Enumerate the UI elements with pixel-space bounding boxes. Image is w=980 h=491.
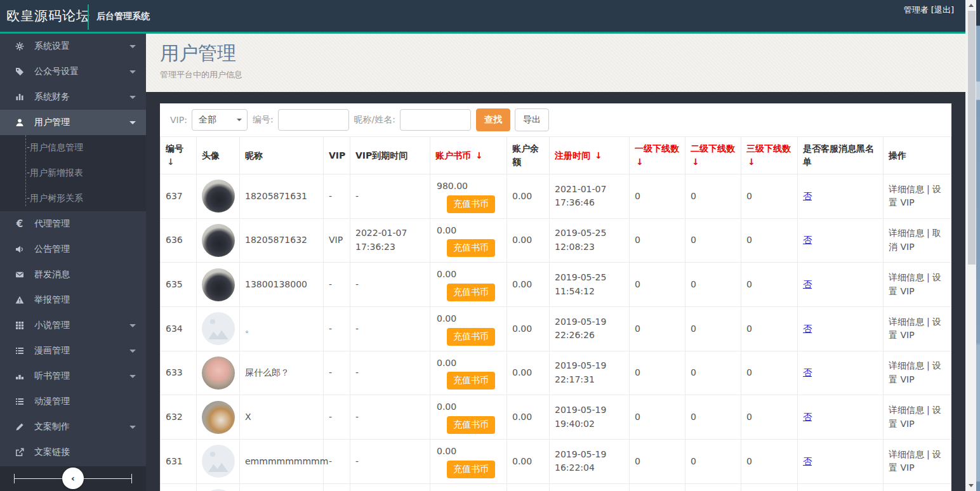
detail-link[interactable]: 详细信息 xyxy=(889,272,924,282)
sidebar-item-announcement-management[interactable]: 公告管理 xyxy=(0,237,146,262)
sidebar-item-novel-management[interactable]: 小说管理 xyxy=(0,313,146,338)
coins-cell: 0.00 充值书币 xyxy=(430,351,507,395)
column-header-level1-downline[interactable]: 一级下线数 ↓ xyxy=(630,137,685,174)
level1-downline-cell: 0 xyxy=(630,351,685,395)
blacklist-toggle-link[interactable]: 否 xyxy=(803,412,812,422)
coins-value: 0.00 xyxy=(435,312,501,326)
user-table: 编号 ↓ 头像 昵称 VIP VIP到期时间 账户书币 ↓ 账户余额 注册时间 … xyxy=(160,136,951,491)
logout-link[interactable]: [退出] xyxy=(931,5,954,15)
chevron-down-icon xyxy=(129,45,136,51)
sidebar-item-copywriting-link[interactable]: 文案链接 xyxy=(0,440,146,465)
detail-link[interactable]: 详细信息 xyxy=(889,184,924,194)
export-button[interactable]: 导出 xyxy=(515,108,549,131)
blacklist-cell: 否 xyxy=(798,307,884,351)
column-header-balance: 账户余额 xyxy=(507,137,550,174)
nickname-input[interactable] xyxy=(400,109,471,131)
sidebar-item-anime-management[interactable]: 动漫管理 xyxy=(0,389,146,414)
column-header-level3-downline[interactable]: 三级下线数 ↓ xyxy=(741,137,798,174)
sidebar-subitem-label: -用户新增报表 xyxy=(27,167,83,179)
sort-down-icon: ↓ xyxy=(748,157,755,167)
balance-cell: 0.00 xyxy=(507,174,550,219)
grid-icon xyxy=(14,320,25,331)
level3-downline-cell: 0 xyxy=(741,351,798,395)
sidebar-item-agent-management[interactable]: € 代理管理 xyxy=(0,211,146,237)
recharge-coins-button[interactable]: 充值书币 xyxy=(447,372,495,390)
level1-downline-cell: 0 xyxy=(630,440,685,484)
blacklist-cell: 否 xyxy=(798,483,884,491)
level3-downline-cell: 0 xyxy=(741,263,798,307)
vip-filter-label: VIP: xyxy=(170,115,187,125)
column-header-coins[interactable]: 账户书币 ↓ xyxy=(430,137,507,174)
brand-title: 欧皇源码论坛 xyxy=(6,0,90,32)
scrollbar-down-button[interactable] xyxy=(965,480,976,491)
blacklist-toggle-link[interactable]: 否 xyxy=(803,456,812,466)
column-header-level2-downline[interactable]: 二级下线数 ↓ xyxy=(685,137,741,174)
nickname-cell: X xyxy=(240,395,324,440)
detail-link[interactable]: 详细信息 xyxy=(889,317,924,327)
level2-downline-cell: 0 xyxy=(685,483,741,491)
sidebar-item-system-settings[interactable]: 系统设置 xyxy=(0,34,146,59)
user-id-input[interactable] xyxy=(278,109,349,131)
scrollbar-up-button[interactable] xyxy=(965,0,976,11)
blacklist-toggle-link[interactable]: 否 xyxy=(803,324,812,334)
register-time-cell: 2019-05-19 xyxy=(550,483,630,491)
detail-link[interactable]: 详细信息 xyxy=(889,405,924,415)
recharge-coins-button[interactable]: 充值书币 xyxy=(447,239,495,257)
recharge-coins-button[interactable]: 充值书币 xyxy=(447,416,495,434)
detail-link[interactable]: 详细信息 xyxy=(889,228,924,238)
blacklist-toggle-link[interactable]: 否 xyxy=(803,235,812,245)
collapse-button[interactable]: ‹ xyxy=(62,468,84,489)
sidebar-item-bulk-message[interactable]: 群发消息 xyxy=(0,262,146,287)
avatar xyxy=(202,312,235,345)
sidebar-item-user-management[interactable]: 用户管理 xyxy=(0,110,146,135)
vertical-scrollbar[interactable] xyxy=(965,0,976,491)
table-row: 637 18205871631 - - 980.00 充值书币 0.00 202… xyxy=(161,174,951,219)
sidebar-item-comic-management[interactable]: 漫画管理 xyxy=(0,338,146,363)
register-time-cell: 2019-05-25 11:54:12 xyxy=(550,263,630,307)
search-button[interactable]: 查找 xyxy=(476,108,510,131)
sidebar-item-official-account-settings[interactable]: 公众号设置 xyxy=(0,59,146,84)
detail-link[interactable]: 详细信息 xyxy=(889,449,924,459)
sidebar-item-system-finance[interactable]: 系统财务 xyxy=(0,84,146,110)
gear-icon xyxy=(14,41,25,51)
action-separator: | xyxy=(927,228,930,238)
column-header-register-time[interactable]: 注册时间 ↓ xyxy=(550,137,630,174)
blacklist-toggle-link[interactable]: 否 xyxy=(803,367,812,377)
table-body: 637 18205871631 - - 980.00 充值书币 0.00 202… xyxy=(161,174,951,491)
level2-downline-cell: 0 xyxy=(685,263,741,307)
register-time-cell: 2019-05-19 16:22:04 xyxy=(550,440,630,484)
blacklist-toggle-link[interactable]: 否 xyxy=(803,279,812,289)
vip-cell: - xyxy=(324,174,350,219)
recharge-coins-button[interactable]: 充值书币 xyxy=(447,328,495,346)
column-header-id[interactable]: 编号 ↓ xyxy=(161,137,197,174)
sidebar-item-report-management[interactable]: 举报管理 xyxy=(0,287,146,313)
recharge-coins-button[interactable]: 充值书币 xyxy=(447,284,495,301)
vip-filter-select[interactable]: 全部 xyxy=(192,109,248,131)
blacklist-toggle-link[interactable]: 否 xyxy=(803,191,812,201)
blacklist-cell: 否 xyxy=(798,218,884,263)
balance-cell: 0.00 xyxy=(507,218,550,263)
scrollbar-thumb[interactable] xyxy=(968,11,976,265)
sort-down-icon: ↓ xyxy=(167,157,175,167)
table-row: 636 18205871632 VIP 2022-01-07 17:36:23 … xyxy=(161,218,951,263)
recharge-coins-button[interactable]: 充值书币 xyxy=(447,195,495,213)
recharge-coins-button[interactable]: 充值书币 xyxy=(447,461,495,478)
column-header-actions: 操作 xyxy=(884,137,951,174)
sidebar-item-audiobook-management[interactable]: 听书管理 xyxy=(0,363,146,389)
sort-down-icon: ↓ xyxy=(595,150,602,160)
action-separator: | xyxy=(927,184,930,194)
chevron-down-icon xyxy=(129,350,136,356)
sidebar-item-copywriting-production[interactable]: 文案制作 xyxy=(0,414,146,440)
blacklist-cell: 否 xyxy=(798,395,884,440)
avatar-cell xyxy=(197,440,240,484)
sidebar-subitem-user-tree[interactable]: -用户树形关系 xyxy=(0,186,146,211)
sidebar-subitem-user-info[interactable]: -用户信息管理 xyxy=(0,135,146,160)
vip-cell: - xyxy=(324,263,350,307)
chevron-down-icon xyxy=(237,119,242,124)
arrow-up-icon xyxy=(969,1,974,7)
detail-link[interactable]: 详细信息 xyxy=(889,360,924,370)
level2-downline-cell: 0 xyxy=(685,395,741,440)
level3-downline-cell: 0 xyxy=(741,395,798,440)
sidebar-subitem-user-report[interactable]: -用户新增报表 xyxy=(0,160,146,186)
sidebar-item-label: 漫画管理 xyxy=(34,345,70,357)
